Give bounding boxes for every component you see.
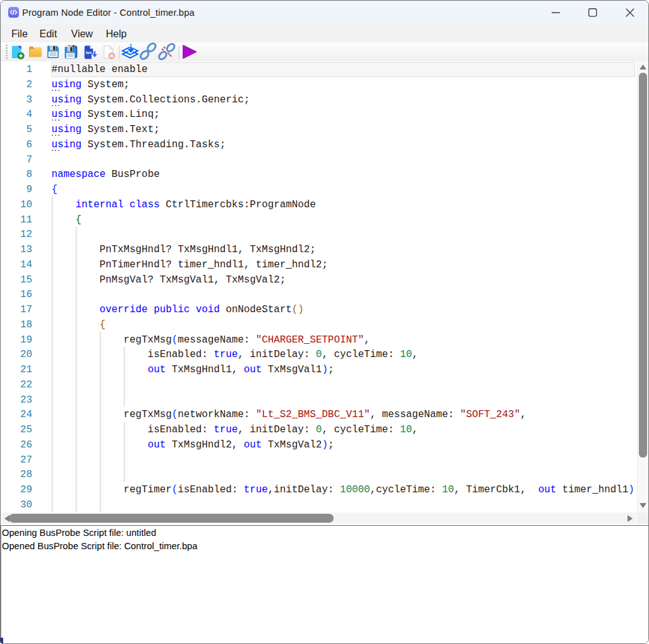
- svg-text:bpa: bpa: [86, 51, 92, 54]
